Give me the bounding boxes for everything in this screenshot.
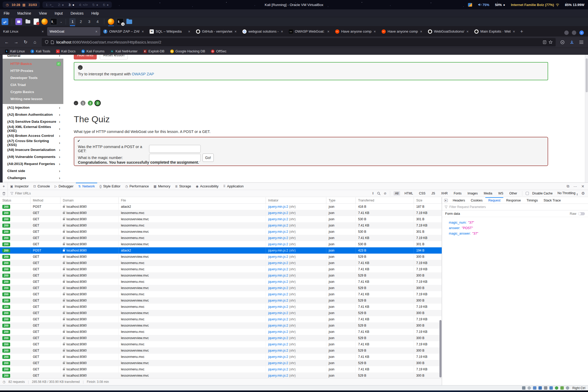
network-settings-gear-icon[interactable]: ⚙ <box>581 191 585 196</box>
network-request-row[interactable]: 200 GET localhost:8080 lessonoverview.mv… <box>0 335 442 341</box>
bookmark-item[interactable]: Kali Docs <box>54 48 78 54</box>
initiator-link[interactable]: jquery.min.js:2 <box>268 205 288 209</box>
back-button[interactable]: ← <box>2 38 11 46</box>
request-type-filter[interactable]: JS <box>430 191 437 195</box>
http-command-input[interactable] <box>149 145 201 153</box>
clear-requests-icon[interactable] <box>0 190 8 197</box>
browser-tab[interactable]: WebGoat × <box>47 27 100 36</box>
menubar-item[interactable]: Input <box>55 11 63 15</box>
text-editor-icon[interactable] <box>34 19 39 25</box>
form-data-section[interactable]: Form data Raw <box>442 210 588 217</box>
sidebar-category-item[interactable]: (A5) Broken Access Control› <box>3 132 63 139</box>
network-request-row[interactable]: 200 GET localhost:8080 lessonoverview.mv… <box>0 360 442 366</box>
form-param-row[interactable]: magic_num: "37" <box>449 220 588 225</box>
browser-tab[interactable]: Kali Linux × <box>1 27 47 36</box>
volume-indicator[interactable]: 75% <box>478 3 489 7</box>
browser-tab[interactable]: WebGoatSolutions/S × <box>426 27 471 36</box>
initiator-link[interactable]: jquery.min.js:2 <box>268 305 288 309</box>
initiator-link[interactable]: jquery.min.js:2 <box>268 342 288 346</box>
hdd-icon[interactable] <box>522 386 525 390</box>
network-request-row[interactable]: 200 GET localhost:8080 lessonmenu.mvc jq… <box>0 316 442 322</box>
workspace-indicator[interactable]: 6: ● <box>103 3 109 7</box>
column-header[interactable]: File <box>119 197 266 203</box>
raw-toggle[interactable] <box>578 212 585 215</box>
terminal-launcher-icon[interactable]: $_ <box>50 18 57 25</box>
initiator-link[interactable]: jquery.min.js:2 <box>268 261 288 265</box>
bookmark-item[interactable]: Kali Tools <box>28 48 52 54</box>
optical-disk-icon[interactable] <box>528 386 531 390</box>
request-type-filter[interactable]: Images <box>466 191 479 195</box>
network-request-row[interactable]: 200 GET localhost:8080 lessonoverview.mv… <box>0 216 442 222</box>
downloads-folder-button[interactable] <box>126 18 133 25</box>
home-button[interactable]: ⌂ <box>30 38 40 46</box>
terminal-window-button[interactable]: $_3 <box>117 18 124 25</box>
workspace-indicator[interactable]: 2: ● <box>58 3 64 7</box>
sidebar-category-item[interactable]: (A4) XML External Entities (XXE)› <box>3 125 63 132</box>
hide-hints-button[interactable]: Hide hints <box>74 55 97 59</box>
downloads-icon[interactable] <box>567 38 577 46</box>
filter-urls-input[interactable]: Filter URLs <box>8 192 372 195</box>
bookmark-item[interactable]: OffSec <box>209 48 229 54</box>
devtools-tab-network[interactable]: ⇅ Network <box>76 183 97 190</box>
sidebar-category-item[interactable]: (A9) Vulnerable Components› <box>3 153 63 160</box>
column-header[interactable]: Transferred <box>356 197 414 203</box>
shield-icon[interactable] <box>45 40 48 44</box>
workspace-button[interactable]: 3 <box>86 18 92 25</box>
browser-tab[interactable]: webgoat solutions - × <box>240 27 286 36</box>
sidebar-category-item[interactable]: Client side› <box>3 167 63 174</box>
tab-close-icon[interactable]: × <box>373 29 376 34</box>
launcher-dropdown-chevron[interactable]: ⌄ <box>60 20 62 23</box>
bookmark-item[interactable]: Google Hacking DB <box>168 48 207 54</box>
network-request-row[interactable]: 200 GET localhost:8080 lessonmenu.mvc jq… <box>0 354 442 360</box>
bookmark-item[interactable]: Kali Linux <box>3 48 27 54</box>
bookmark-star-icon[interactable] <box>549 40 553 44</box>
column-header[interactable]: Domain <box>60 197 119 203</box>
sidebar-category-item[interactable]: (A3) Sensitive Data Exposure› <box>3 118 63 125</box>
initiator-link[interactable]: jquery.min.js:2 <box>268 330 288 334</box>
initiator-link[interactable]: jquery.min.js:2 <box>268 217 288 221</box>
browser-tab[interactable]: OWASP ZAP – ZAP i × <box>101 27 147 36</box>
network-request-row[interactable]: 200 GET localhost:8080 lessonmenu.mvc jq… <box>0 235 442 241</box>
tab-close-icon[interactable]: × <box>420 29 423 34</box>
network-request-row[interactable]: 200 GET localhost:8080 lessonoverview.mv… <box>0 372 442 378</box>
pagination-page-button[interactable]: 3 <box>95 101 100 106</box>
network-request-row[interactable]: 200 GET localhost:8080 lessonmenu.mvc jq… <box>0 341 442 347</box>
sidebar-category-item[interactable]: (A8:2013) Request Forgeries› <box>3 160 63 167</box>
initiator-link[interactable]: jquery.min.js:2 <box>268 211 288 215</box>
scrollbar-thumb[interactable] <box>586 58 588 92</box>
devtools-tab-debugger[interactable]: ▷ Debugger <box>52 183 76 190</box>
devtools-tab-performance[interactable]: ◷ Performance <box>123 183 151 190</box>
workspace-indicator[interactable]: 3: ● <box>69 3 74 7</box>
network-request-row[interactable]: 200 GET localhost:8080 lessonmenu.mvc jq… <box>0 329 442 335</box>
initiator-link[interactable]: jquery.min.js:2 <box>268 374 288 377</box>
block-requests-icon[interactable]: ⊘ <box>384 192 387 195</box>
tab-close-icon[interactable]: × <box>466 29 469 34</box>
recording-icon[interactable] <box>560 386 564 390</box>
request-type-filter[interactable]: HTML <box>403 191 415 195</box>
network-request-row[interactable]: 200 GET localhost:8080 lessonoverview.mv… <box>0 229 442 235</box>
forward-button[interactable]: → <box>11 38 21 46</box>
app-launcher-icon[interactable] <box>15 18 22 25</box>
mouse-integration-icon[interactable] <box>566 386 569 390</box>
workspace-indicator[interactable]: 4: </> <box>79 3 88 7</box>
initiator-link[interactable]: jquery.min.js:2 <box>268 230 288 234</box>
throttling-select[interactable]: No Throttling▲▼ <box>558 191 578 196</box>
sidebar-category-item[interactable]: (A1) Injection› <box>3 104 63 111</box>
devtools-menu-icon[interactable]: ⋯ <box>573 184 577 188</box>
devtools-tab-console[interactable]: ⊡ Console <box>31 183 52 190</box>
network-request-row[interactable]: 200 GET localhost:8080 lessonmenu.mvc jq… <box>0 304 442 310</box>
devtools-tab-application[interactable]: ⠿ Application <box>221 183 246 190</box>
pocket-icon[interactable] <box>558 38 567 46</box>
request-type-filter[interactable]: All <box>394 191 400 195</box>
devtools-tab-style-editor[interactable]: {} Style Editor <box>97 183 123 190</box>
table-scrollbar-thumb[interactable] <box>439 320 442 377</box>
browser-tab[interactable]: Main Exploits · WebG × <box>472 27 518 36</box>
maximize-button[interactable] <box>572 30 576 35</box>
sidebar-category-item[interactable]: Challenges› <box>3 174 63 181</box>
kali-menu-button[interactable] <box>2 18 8 25</box>
sidebar-lesson-item[interactable]: HTTP Basics✓ <box>3 60 63 67</box>
detail-tab[interactable]: Headers <box>450 197 468 204</box>
request-type-filter[interactable]: Media <box>482 191 494 195</box>
audio-icon[interactable] <box>533 386 536 390</box>
request-type-filter[interactable]: Fonts <box>452 191 463 195</box>
